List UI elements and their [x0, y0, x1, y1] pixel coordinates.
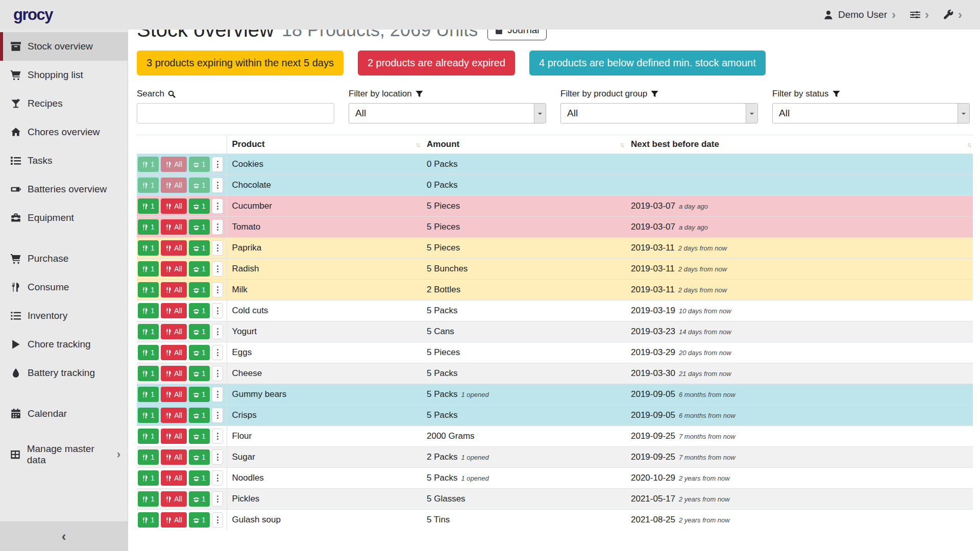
- open-one-button[interactable]: 1: [189, 345, 210, 360]
- consume-all-button[interactable]: All: [161, 470, 187, 486]
- row-menu-button[interactable]: [212, 324, 223, 339]
- consume-one-button[interactable]: 1: [138, 261, 159, 277]
- consume-all-button[interactable]: All: [161, 282, 187, 297]
- row-menu-button[interactable]: [212, 429, 223, 444]
- consume-all-button[interactable]: All: [161, 408, 187, 423]
- sidebar-item-inventory[interactable]: Inventory: [0, 302, 128, 330]
- open-one-button[interactable]: 1: [189, 449, 210, 465]
- sidebar-item-recipes[interactable]: Recipes: [0, 89, 128, 118]
- consume-all-button[interactable]: All: [161, 491, 187, 507]
- consume-all-button[interactable]: All: [161, 303, 187, 318]
- sidebar-item-stock-overview[interactable]: Stock overview: [0, 32, 128, 61]
- sidebar-item-chore-tracking[interactable]: Chore tracking: [0, 330, 128, 359]
- row-menu-button[interactable]: [212, 178, 223, 193]
- consume-one-button[interactable]: 1: [138, 157, 159, 172]
- open-one-button[interactable]: 1: [189, 157, 210, 172]
- product-group-select[interactable]: All: [560, 103, 758, 123]
- row-menu-button[interactable]: [212, 219, 223, 235]
- consume-one-button[interactable]: 1: [138, 387, 159, 402]
- search-input[interactable]: [137, 103, 334, 123]
- open-one-button[interactable]: 1: [189, 429, 210, 444]
- consume-one-button[interactable]: 1: [138, 345, 159, 360]
- sidebar-item-chores-overview[interactable]: Chores overview: [0, 118, 128, 146]
- consume-all-button[interactable]: All: [161, 387, 187, 402]
- consume-one-button[interactable]: 1: [138, 282, 159, 297]
- row-menu-button[interactable]: [212, 345, 223, 360]
- row-menu-button[interactable]: [212, 387, 223, 402]
- sidebar-collapse-button[interactable]: ‹: [0, 521, 128, 551]
- consume-one-button[interactable]: 1: [138, 324, 159, 339]
- consume-all-button[interactable]: All: [161, 157, 187, 172]
- consume-one-button[interactable]: 1: [138, 198, 159, 214]
- sidebar-item-purchase[interactable]: Purchase: [0, 244, 128, 273]
- row-menu-button[interactable]: [212, 366, 223, 381]
- consume-all-button[interactable]: All: [161, 240, 187, 256]
- open-one-button[interactable]: 1: [189, 240, 210, 256]
- row-menu-button[interactable]: [212, 303, 223, 318]
- row-menu-button[interactable]: [212, 261, 223, 277]
- consume-one-button[interactable]: 1: [138, 178, 159, 193]
- open-one-button[interactable]: 1: [189, 282, 210, 297]
- admin-menu[interactable]: ›: [939, 9, 967, 21]
- open-one-button[interactable]: 1: [189, 303, 210, 318]
- consume-one-button[interactable]: 1: [138, 512, 159, 528]
- alert-warning[interactable]: 3 products expiring within the next 5 da…: [137, 51, 344, 76]
- row-menu-button[interactable]: [212, 408, 223, 423]
- sidebar-item-consume[interactable]: Consume: [0, 273, 128, 302]
- row-menu-button[interactable]: [212, 491, 223, 507]
- alert-info[interactable]: 4 products are below defined min. stock …: [529, 51, 766, 76]
- consume-all-button[interactable]: All: [161, 324, 187, 339]
- column-header-product[interactable]: Product ↑↓: [227, 135, 422, 154]
- sidebar-item-calendar[interactable]: Calendar: [0, 399, 128, 428]
- open-one-button[interactable]: 1: [189, 387, 210, 402]
- row-menu-button[interactable]: [212, 198, 223, 214]
- consume-all-button[interactable]: All: [161, 178, 187, 193]
- open-one-button[interactable]: 1: [189, 408, 210, 423]
- row-menu-button[interactable]: [212, 512, 223, 528]
- column-header-amount[interactable]: Amount ↑↓: [422, 135, 626, 154]
- consume-all-button[interactable]: All: [161, 449, 187, 465]
- consume-all-button[interactable]: All: [161, 261, 187, 277]
- settings-menu[interactable]: ›: [905, 9, 934, 21]
- row-menu-button[interactable]: [212, 157, 223, 172]
- sidebar-item-battery-tracking[interactable]: Battery tracking: [0, 359, 128, 387]
- consume-one-button[interactable]: 1: [138, 303, 159, 318]
- row-menu-button[interactable]: [212, 282, 223, 297]
- consume-all-button[interactable]: All: [161, 366, 187, 381]
- row-menu-button[interactable]: [212, 240, 223, 256]
- consume-all-button[interactable]: All: [161, 198, 187, 214]
- consume-one-button[interactable]: 1: [138, 240, 159, 256]
- consume-all-button[interactable]: All: [161, 429, 187, 444]
- location-select[interactable]: All: [349, 103, 546, 123]
- user-menu[interactable]: Demo User ›: [819, 9, 900, 21]
- sidebar-item-equipment[interactable]: Equipment: [0, 204, 128, 232]
- consume-one-button[interactable]: 1: [138, 429, 159, 444]
- consume-one-button[interactable]: 1: [138, 366, 159, 381]
- open-one-button[interactable]: 1: [189, 178, 210, 193]
- sidebar-item-manage-master-data[interactable]: Manage master data›: [0, 440, 128, 469]
- open-one-button[interactable]: 1: [189, 470, 210, 486]
- status-select[interactable]: All: [772, 103, 970, 123]
- open-one-button[interactable]: 1: [189, 219, 210, 235]
- sidebar-item-tasks[interactable]: Tasks: [0, 146, 128, 175]
- row-menu-button[interactable]: [212, 449, 223, 465]
- open-one-button[interactable]: 1: [189, 324, 210, 339]
- consume-all-button[interactable]: All: [161, 345, 187, 360]
- sidebar-item-batteries-overview[interactable]: Batteries overview: [0, 175, 128, 204]
- consume-one-button[interactable]: 1: [138, 491, 159, 507]
- sidebar-item-shopping-list[interactable]: Shopping list: [0, 61, 128, 89]
- row-menu-button[interactable]: [212, 470, 223, 486]
- column-header-date[interactable]: Next best before date ↑↓: [626, 135, 973, 154]
- consume-one-button[interactable]: 1: [138, 408, 159, 423]
- open-one-button[interactable]: 1: [189, 366, 210, 381]
- consume-one-button[interactable]: 1: [138, 470, 159, 486]
- open-one-button[interactable]: 1: [189, 261, 210, 277]
- consume-one-button[interactable]: 1: [138, 219, 159, 235]
- consume-all-button[interactable]: All: [161, 512, 187, 528]
- consume-all-button[interactable]: All: [161, 219, 187, 235]
- consume-one-button[interactable]: 1: [138, 449, 159, 465]
- open-one-button[interactable]: 1: [189, 198, 210, 214]
- open-one-button[interactable]: 1: [189, 491, 210, 507]
- alert-danger[interactable]: 2 products are already expired: [358, 51, 515, 76]
- open-one-button[interactable]: 1: [189, 512, 210, 528]
